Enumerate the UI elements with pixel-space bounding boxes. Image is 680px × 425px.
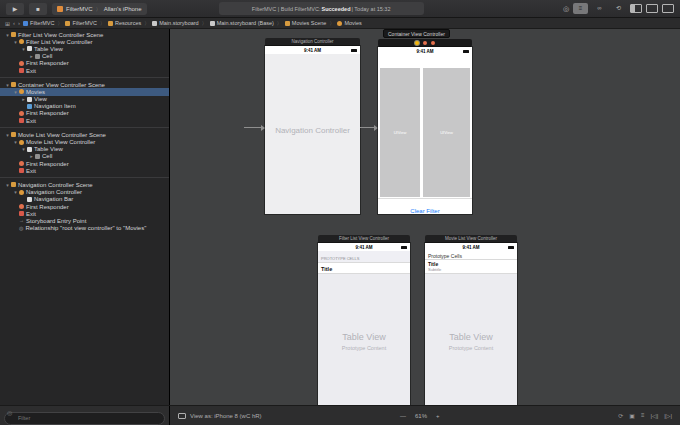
update-frames-icon[interactable]: ⟳ — [618, 412, 623, 419]
zoom-in-button[interactable]: + — [436, 413, 440, 419]
cell-subtitle: Subtitle — [428, 267, 517, 272]
outline-row[interactable]: ▾Navigation Controller — [0, 189, 169, 196]
scheme-selector[interactable]: FilterMVC 〉 Allan's iPhone — [52, 3, 147, 15]
prototype-content-placeholder: Prototype Content — [425, 345, 517, 351]
scene-dock[interactable] — [378, 39, 472, 47]
scene-header-navigation-controller[interactable]: Navigation Controller — [265, 38, 360, 46]
storyboard-canvas[interactable]: Container View Controller Navigation Con… — [170, 29, 680, 405]
battery-icon — [508, 246, 514, 249]
storyboard-entry-arrow[interactable] — [244, 127, 261, 128]
prototype-cell[interactable]: Title Subtitle — [425, 260, 517, 274]
right-container-view[interactable]: UIView — [423, 68, 470, 197]
table-view-placeholder: Table View — [318, 332, 410, 342]
outline-row[interactable]: ▸View — [0, 96, 169, 103]
left-container-view[interactable]: UIView — [380, 68, 420, 197]
scene-filter-list-view-controller[interactable]: 9:41 AM PROTOTYPE CELLS Title Table View… — [318, 243, 410, 405]
outline-row[interactable]: ▾Navigation Controller Scene — [0, 181, 169, 188]
outline-row[interactable]: ◎Relationship "root view controller" to … — [0, 225, 169, 232]
scene-container-view-controller[interactable]: 9:41 AM UIView UIView Clear Filter — [378, 47, 472, 214]
inspector-panel-toggle[interactable] — [662, 4, 674, 13]
embed-in-stack-icon[interactable]: ▣ — [629, 412, 635, 419]
table-view-background: Table View Prototype Content — [425, 274, 517, 405]
breadcrumb-storyboard[interactable]: Main.storyboard — [152, 20, 198, 26]
outline-row[interactable]: ▸Cell — [0, 153, 169, 160]
device-bezels-icon[interactable] — [178, 413, 186, 419]
run-destination[interactable]: Allan's iPhone — [104, 6, 142, 12]
outline-row[interactable]: Exit — [0, 167, 169, 174]
outline-row[interactable]: ▸Cell — [0, 53, 169, 60]
bottom-bar: ◎ View as: iPhone 8 (wC hR) — 61% + ⟳ ▣ … — [0, 405, 680, 425]
outline-row[interactable]: ▾Filter List View Controller Scene — [0, 31, 169, 38]
breadcrumb-group[interactable]: FilterMVC — [65, 20, 96, 26]
breadcrumb-storyboard-base[interactable]: Main.storyboard (Base) — [210, 20, 274, 26]
outline-row[interactable]: ▾Container View Controller Scene — [0, 81, 169, 88]
standard-editor-icon[interactable]: ≡ — [573, 3, 588, 14]
outline-row[interactable]: Navigation Bar — [0, 196, 169, 203]
zoom-out-button[interactable]: — — [400, 413, 406, 419]
prototype-cells-header: Prototype Cells — [425, 251, 517, 260]
view-controller-icon — [19, 190, 24, 195]
first-responder-icon — [19, 161, 24, 166]
scheme-name[interactable]: FilterMVC — [66, 6, 93, 12]
scene-movie-list-view-controller[interactable]: 9:41 AM Prototype Cells Title Subtitle T… — [425, 243, 517, 405]
status-bar: 9:41 AM — [265, 46, 360, 54]
outline-row[interactable]: Navigation Item — [0, 103, 169, 110]
outline-row-selected[interactable]: ▾Movies — [0, 88, 169, 95]
scene-header-movie-list[interactable]: Movie List View Controller — [425, 235, 517, 243]
breadcrumb-resources[interactable]: Resources — [108, 20, 141, 26]
view-controller-dock-icon[interactable] — [415, 41, 419, 45]
stop-button[interactable]: ■ — [29, 3, 47, 15]
activity-icon[interactable]: ◎ — [563, 3, 569, 14]
table-view-icon — [27, 46, 32, 51]
first-responder-icon — [19, 111, 24, 116]
outline-row[interactable]: ▾Table View — [0, 45, 169, 52]
battery-icon — [401, 246, 407, 249]
version-editor-icon[interactable]: ⟲ — [611, 3, 626, 14]
outline-row[interactable]: →Storyboard Entry Point — [0, 217, 169, 224]
filter-input[interactable] — [4, 412, 165, 425]
scene-folder-icon — [11, 132, 16, 137]
status-bar: 9:41 AM — [318, 243, 410, 251]
outline-row[interactable]: First Responder — [0, 160, 169, 167]
run-button[interactable]: ▶ — [6, 3, 24, 15]
folder-icon — [65, 21, 70, 26]
breadcrumb-scene[interactable]: Movies Scene — [285, 20, 327, 26]
scene-folder-icon — [11, 82, 16, 87]
align-icon[interactable]: ≡ — [641, 412, 645, 419]
prototype-cell[interactable]: Title — [318, 262, 410, 274]
storyboard-file-icon — [152, 21, 157, 26]
outline-row[interactable]: Exit — [0, 67, 169, 74]
navigator-panel-toggle[interactable] — [630, 4, 642, 13]
clear-filter-button[interactable]: Clear Filter — [410, 208, 439, 214]
pin-icon[interactable]: |◁| — [651, 412, 659, 419]
root-view-controller-segue-arrow[interactable] — [360, 127, 374, 128]
assistant-editor-icon[interactable]: ∞ — [592, 3, 607, 14]
back-icon[interactable]: ‹ — [13, 20, 15, 26]
outline-row[interactable]: First Responder — [0, 110, 169, 117]
outline-row[interactable]: Exit — [0, 117, 169, 124]
view-as-label[interactable]: View as: iPhone 8 (wC hR) — [190, 413, 262, 419]
related-items-icon[interactable]: ⊞ — [5, 20, 10, 27]
breadcrumb-project[interactable]: FilterMVC — [23, 20, 54, 26]
section-divider — [0, 177, 169, 178]
outline-row[interactable]: First Responder — [0, 60, 169, 67]
debug-panel-toggle[interactable] — [646, 4, 658, 13]
outline-row[interactable]: First Responder — [0, 203, 169, 210]
relationship-icon: ◎ — [19, 226, 23, 231]
outline-row[interactable]: ▾Movie List View Controller — [0, 138, 169, 145]
breadcrumb-view-controller[interactable]: Movies — [337, 20, 361, 26]
forward-icon[interactable]: › — [18, 20, 20, 26]
first-responder-dock-icon[interactable] — [423, 41, 427, 45]
resolve-auto-layout-icon[interactable]: |▷| — [664, 412, 672, 419]
outline-row[interactable]: ▾Filter List View Controller — [0, 38, 169, 45]
first-responder-icon — [19, 61, 24, 66]
scene-header-filter-list[interactable]: Filter List View Controller — [318, 235, 410, 243]
outline-row[interactable]: ▾Table View — [0, 146, 169, 153]
scene-navigation-controller[interactable]: 9:41 AM Navigation Controller — [265, 46, 360, 214]
outline-row[interactable]: ▾Movie List View Controller Scene — [0, 131, 169, 138]
zoom-level[interactable]: 61% — [415, 413, 427, 419]
exit-dock-icon[interactable] — [431, 41, 435, 45]
outline-row[interactable]: Exit — [0, 210, 169, 217]
view-controller-icon — [19, 140, 24, 145]
section-divider — [0, 127, 169, 128]
